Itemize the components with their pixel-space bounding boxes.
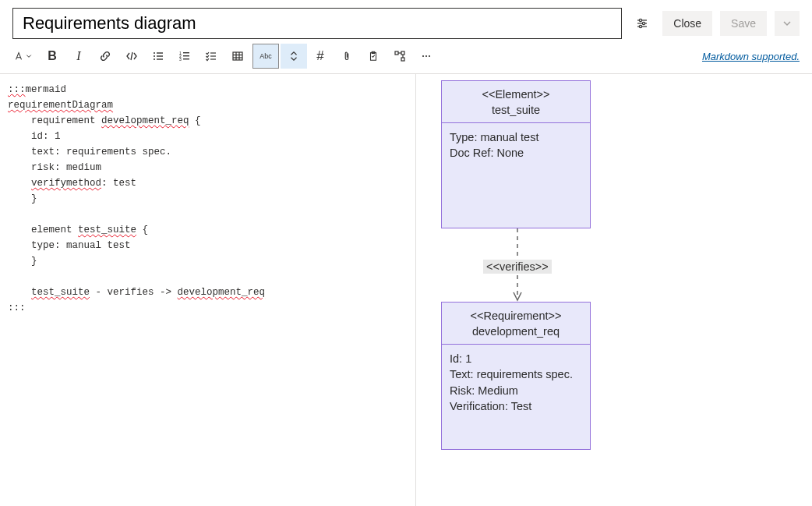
svg-rect-30 bbox=[401, 51, 404, 55]
code-button[interactable] bbox=[118, 44, 145, 69]
numbered-list-button[interactable]: 1 2 3 bbox=[171, 44, 198, 69]
svg-rect-8 bbox=[157, 52, 163, 53]
svg-text:3: 3 bbox=[179, 57, 182, 62]
svg-point-11 bbox=[154, 58, 155, 60]
title-input[interactable] bbox=[12, 8, 622, 39]
header: Close Save bbox=[0, 0, 812, 39]
svg-point-35 bbox=[425, 55, 427, 57]
svg-rect-22 bbox=[233, 52, 242, 60]
diagram-element-body: Type: manual test Doc Ref: None bbox=[442, 123, 590, 168]
svg-rect-29 bbox=[395, 51, 398, 55]
highlight-button[interactable]: Abc bbox=[252, 44, 279, 69]
checklist-button[interactable] bbox=[198, 44, 224, 69]
diagram-edge-label: <<verifies>> bbox=[483, 260, 552, 274]
italic-button[interactable]: I bbox=[65, 44, 92, 69]
markdown-supported-link[interactable]: Markdown supported. bbox=[702, 51, 800, 62]
svg-line-6 bbox=[131, 52, 132, 60]
diagram-requirement-body: Id: 1 Text: requirements spec. Risk: Med… bbox=[442, 345, 590, 420]
diagram-requirement-box: <<Requirement>> development_req Id: 1 Te… bbox=[441, 302, 591, 450]
save-dropdown-button[interactable] bbox=[775, 11, 800, 36]
svg-rect-18 bbox=[183, 58, 189, 59]
svg-rect-16 bbox=[183, 55, 189, 56]
collapse-button[interactable] bbox=[281, 44, 307, 69]
bullet-list-button[interactable] bbox=[145, 44, 171, 69]
svg-point-34 bbox=[422, 55, 424, 57]
svg-rect-14 bbox=[183, 52, 189, 53]
content-split: :::mermaid requirementDiagram requiremen… bbox=[0, 74, 812, 506]
toolbar: B I 1 2 3 bbox=[0, 39, 812, 74]
svg-rect-12 bbox=[157, 58, 163, 59]
more-button[interactable] bbox=[413, 44, 440, 69]
svg-point-3 bbox=[643, 22, 645, 24]
diagram-element-title: <<Element>> test_suite bbox=[442, 81, 590, 123]
work-item-link-button[interactable] bbox=[387, 44, 413, 69]
svg-point-1 bbox=[640, 19, 642, 21]
bold-button[interactable]: B bbox=[39, 44, 65, 69]
table-button[interactable] bbox=[224, 44, 251, 69]
svg-rect-10 bbox=[157, 55, 163, 56]
attachment-button[interactable] bbox=[334, 44, 360, 69]
diagram-requirement-title: <<Requirement>> development_req bbox=[442, 303, 590, 345]
markdown-editor[interactable]: :::mermaid requirementDiagram requiremen… bbox=[0, 74, 416, 506]
svg-rect-31 bbox=[401, 58, 404, 61]
clipboard-button[interactable] bbox=[360, 44, 387, 69]
heading-button[interactable]: # bbox=[307, 44, 334, 69]
save-button[interactable]: Save bbox=[720, 11, 767, 36]
svg-point-5 bbox=[640, 25, 642, 27]
svg-point-9 bbox=[154, 55, 155, 57]
text-color-button[interactable] bbox=[6, 44, 39, 69]
svg-point-36 bbox=[429, 55, 430, 57]
svg-point-7 bbox=[154, 52, 155, 54]
diagram-element-box: <<Element>> test_suite Type: manual test… bbox=[441, 80, 591, 228]
close-button[interactable]: Close bbox=[662, 11, 712, 36]
preview-pane: <<Element>> test_suite Type: manual test… bbox=[416, 74, 812, 506]
link-button[interactable] bbox=[92, 44, 118, 69]
settings-icon[interactable] bbox=[630, 11, 655, 36]
